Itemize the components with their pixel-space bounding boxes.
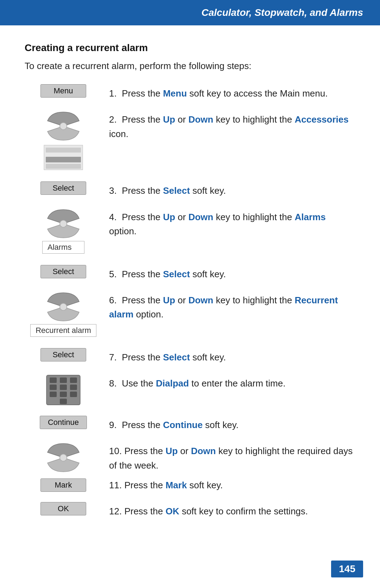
- kw-mark: Mark: [165, 480, 187, 490]
- ok-softkey[interactable]: OK: [40, 502, 86, 515]
- dialpad-icon: [46, 374, 81, 406]
- step-1-text: 1. Press the Menu soft key to access the…: [109, 84, 355, 100]
- kw-alarms: Alarms: [294, 212, 325, 222]
- kw-up-4: Up: [163, 212, 175, 222]
- kw-recurrent-alarm: Recurrent alarm: [109, 295, 338, 320]
- step-5-text: 5. Press the Select soft key.: [109, 265, 355, 281]
- header-title: Calculator, Stopwatch, and Alarms: [201, 7, 363, 18]
- menu-softkey[interactable]: Menu: [40, 84, 86, 98]
- kw-select-7: Select: [163, 352, 190, 363]
- step-10-text: 10. Press the Up or Down key to highligh…: [109, 444, 355, 472]
- step-2-num: 2.: [109, 114, 122, 125]
- step-12-num: 12.: [109, 506, 124, 516]
- nav-updown-icon-2: [44, 110, 83, 142]
- recurrent-alarm-option-box: Recurrent alarm: [30, 324, 96, 337]
- nav-updown-icon-6: [44, 291, 83, 323]
- nav-icon-group-10: Mark: [40, 442, 86, 492]
- svg-rect-4: [46, 164, 81, 169]
- header-bar: Calculator, Stopwatch, and Alarms: [0, 0, 380, 25]
- step-12: OK 12. Press the OK soft key to confirm …: [25, 502, 355, 518]
- step-7: Select 7. Press the Select soft key.: [25, 348, 355, 364]
- step-5-icon-col: Select: [25, 265, 102, 278]
- step-9-text: 9. Press the Continue soft key.: [109, 416, 355, 432]
- kw-dialpad: Dialpad: [156, 378, 189, 389]
- step-1-num: 1.: [109, 88, 122, 99]
- svg-point-5: [60, 220, 67, 227]
- step-6: Recurrent alarm 6. Press the Up or Down …: [25, 291, 355, 338]
- step-8-num: 8.: [109, 378, 122, 389]
- svg-rect-10: [70, 378, 77, 383]
- alarms-option-box: Alarms: [42, 241, 84, 254]
- step-4-icon-col: Alarms: [25, 208, 102, 255]
- step-4-text: 4. Press the Up or Down key to highlight…: [109, 208, 355, 239]
- step-8: 8. Use the Dialpad to enter the alarm ti…: [25, 374, 355, 406]
- step-5-num: 5.: [109, 269, 122, 279]
- step-6-num: 6.: [109, 295, 122, 305]
- nav-updown-icon-4: [44, 208, 83, 240]
- accessories-list-icon: [42, 143, 84, 172]
- nav-icon-group-4: Alarms: [42, 208, 84, 255]
- step-3-text: 3. Press the Select soft key.: [109, 181, 355, 198]
- step-2: 2. Press the Up or Down key to highlight…: [25, 110, 355, 172]
- svg-point-6: [60, 303, 67, 310]
- nav-icon-group-6: Recurrent alarm: [30, 291, 96, 338]
- kw-ok: OK: [165, 506, 179, 516]
- step-9: Continue 9. Press the Continue soft key.: [25, 416, 355, 432]
- step-6-icon-col: Recurrent alarm: [25, 291, 102, 338]
- select-softkey-3[interactable]: Select: [40, 181, 86, 195]
- step-7-num: 7.: [109, 352, 122, 363]
- kw-continue: Continue: [163, 420, 203, 430]
- svg-rect-2: [46, 157, 81, 162]
- svg-rect-14: [50, 392, 57, 397]
- svg-rect-12: [60, 385, 67, 390]
- nav-updown-icon-10: [44, 442, 83, 474]
- step-5: Select 5. Press the Select soft key.: [25, 265, 355, 281]
- step-11-num: 11.: [109, 480, 124, 490]
- step-2-text: 2. Press the Up or Down key to highlight…: [109, 110, 355, 141]
- svg-rect-9: [60, 378, 67, 383]
- step-4: Alarms 4. Press the Up or Down key to hi…: [25, 208, 355, 255]
- step-10-11-icon-col: Mark: [25, 442, 102, 492]
- kw-up-6: Up: [163, 295, 175, 305]
- select-softkey-5[interactable]: Select: [40, 265, 86, 278]
- svg-rect-16: [70, 392, 77, 397]
- select-softkey-7[interactable]: Select: [40, 348, 86, 361]
- svg-rect-13: [70, 385, 77, 390]
- step-2-icon-col: [25, 110, 102, 172]
- nav-icon-group-2: [42, 110, 84, 172]
- step-12-icon-col: OK: [25, 502, 102, 515]
- intro-text: To create a recurrent alarm, perform the…: [25, 61, 355, 72]
- step-8-icon-col: [25, 374, 102, 406]
- step-6-text: 6. Press the Up or Down key to highlight…: [109, 291, 355, 322]
- step-9-num: 9.: [109, 420, 122, 430]
- kw-down-6: Down: [188, 295, 213, 305]
- kw-down-2: Down: [188, 114, 213, 125]
- step-9-icon-col: Continue: [25, 416, 102, 429]
- step-8-text: 8. Use the Dialpad to enter the alarm ti…: [109, 374, 355, 390]
- svg-point-0: [60, 123, 67, 130]
- step-10-11: Mark 10. Press the Up or Down key to hig…: [25, 442, 355, 492]
- svg-rect-15: [60, 392, 67, 397]
- kw-down-4: Down: [188, 212, 213, 222]
- step-1: Menu 1. Press the Menu soft key to acces…: [25, 84, 355, 100]
- step-3: Select 3. Press the Select soft key.: [25, 181, 355, 198]
- step-7-text: 7. Press the Select soft key.: [109, 348, 355, 364]
- step-12-text: 12. Press the OK soft key to confirm the…: [109, 502, 355, 518]
- step-10-11-text: 10. Press the Up or Down key to highligh…: [109, 442, 355, 492]
- page-number: 145: [331, 561, 363, 577]
- kw-up-2: Up: [163, 114, 175, 125]
- svg-rect-11: [50, 385, 57, 390]
- step-10-num: 10.: [109, 446, 124, 456]
- svg-point-18: [60, 454, 67, 461]
- step-3-num: 3.: [109, 185, 122, 196]
- svg-rect-3: [46, 148, 81, 153]
- kw-accessories: Accessories: [294, 114, 348, 125]
- mark-softkey[interactable]: Mark: [40, 478, 86, 492]
- kw-up-10: Up: [165, 446, 178, 456]
- step-1-icon-col: Menu: [25, 84, 102, 98]
- kw-select-5: Select: [163, 269, 190, 279]
- mark-softkey-wrapper: Mark: [40, 478, 86, 492]
- step-7-icon-col: Select: [25, 348, 102, 361]
- continue-softkey[interactable]: Continue: [40, 416, 87, 429]
- step-3-icon-col: Select: [25, 181, 102, 195]
